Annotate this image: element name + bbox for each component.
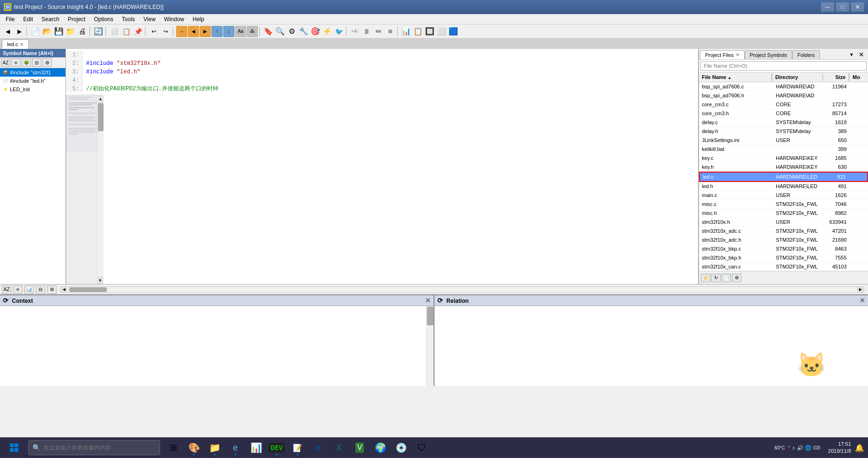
undo-button[interactable]: ↩ xyxy=(148,26,160,37)
file-item-12[interactable]: main.c USER 1626 xyxy=(699,191,868,200)
file-item-8[interactable]: key.c HARDWARE\KEY 1685 xyxy=(699,154,868,163)
menu-tools[interactable]: Tools xyxy=(118,15,139,24)
taskbar-app-excel[interactable]: X xyxy=(330,439,348,456)
menu-edit[interactable]: Edit xyxy=(19,15,37,24)
hscroll-left-btn[interactable]: ◀ xyxy=(61,287,67,292)
menu-view[interactable]: View xyxy=(140,15,160,24)
taskbar-app-green[interactable]: V xyxy=(350,439,369,456)
menu-search[interactable]: Search xyxy=(38,15,63,24)
back-button[interactable]: ◀ xyxy=(2,26,13,37)
file-item-11[interactable]: led.h HARDWARE\LED 491 xyxy=(699,182,868,191)
tb23[interactable]: 🟦 xyxy=(448,26,459,37)
tab-led-c[interactable]: led.c ✕ xyxy=(2,39,29,49)
print-button[interactable]: 🖨 xyxy=(77,26,88,37)
taskbar-app-firefox[interactable]: 🎨 xyxy=(185,439,203,456)
tb5[interactable]: ↓ xyxy=(223,26,234,37)
taskbar-app-ie[interactable]: e xyxy=(309,439,328,456)
ebt4[interactable]: ⊟ xyxy=(36,285,45,294)
tb3[interactable]: ▶ xyxy=(200,26,211,37)
new-button[interactable]: 📄 xyxy=(30,26,41,37)
col-size[interactable]: Size xyxy=(823,73,848,81)
project-search-input[interactable] xyxy=(700,61,867,71)
context-scrollbar[interactable] xyxy=(426,306,434,386)
tb22[interactable]: ⬜ xyxy=(436,26,447,37)
ebt2[interactable]: ≡ xyxy=(13,285,23,294)
sym-tree-button[interactable]: 🌳 xyxy=(22,58,31,67)
scroll-down-btn[interactable]: ▼ xyxy=(97,276,103,284)
hscroll-right-btn[interactable]: ▶ xyxy=(857,287,864,292)
tb19[interactable]: 📊 xyxy=(401,26,412,37)
tb18[interactable]: ⊟ xyxy=(385,26,396,37)
taskbar-app-shield[interactable]: 🛡 xyxy=(412,439,431,456)
tb8[interactable]: 🔖 xyxy=(263,26,274,37)
forward-button[interactable]: ▶ xyxy=(14,26,25,37)
taskbar-app-edge[interactable]: e xyxy=(226,439,245,456)
relation-close-icon[interactable]: ✕ xyxy=(860,297,865,304)
notification-icon[interactable]: 🔔 xyxy=(855,443,864,452)
col-filename[interactable]: File Name ▲ xyxy=(699,73,771,81)
tb14[interactable]: 🐦 xyxy=(333,26,345,37)
tb15[interactable]: +A- xyxy=(349,26,361,37)
menu-help[interactable]: Help xyxy=(189,15,208,24)
tb10[interactable]: ⚙ xyxy=(286,26,297,37)
task-view-button[interactable]: ⊞ xyxy=(164,439,183,456)
code-content[interactable]: 1:2:3:4:5: 6:7:8:9:10: 11:12:13:14:15: 1… xyxy=(66,49,698,95)
file-item-16[interactable]: stm32f10x_adc.c STM32F10x_FWL 47201 xyxy=(699,227,868,236)
file-item-6[interactable]: JLinkSettings.ini USER 650 xyxy=(699,136,868,145)
file-item-2[interactable]: core_cm3.c CORE 17273 xyxy=(699,100,868,109)
panel-tb2[interactable]: ↻ xyxy=(711,274,721,282)
tab-folders[interactable]: Folders xyxy=(792,50,820,59)
file-item-7[interactable]: keilkill.bat 399 xyxy=(699,145,868,154)
tb12[interactable]: 🎯 xyxy=(310,26,321,37)
file-item-18[interactable]: stm32f10x_bkp.c STM32F10x_FWL 8463 xyxy=(699,245,868,253)
taskbar-app-dev[interactable]: DEV xyxy=(267,439,286,456)
save-all-button[interactable]: 📁 xyxy=(65,26,76,37)
menu-project[interactable]: Project xyxy=(64,15,89,24)
tb9[interactable]: 🔍 xyxy=(274,26,286,37)
sync-button[interactable]: ⬜ xyxy=(109,26,120,37)
file-item-0[interactable]: bsp_spi_ad7606.c HARDWARE\AD 11964 xyxy=(699,82,868,91)
symbol-item-include-stm32[interactable]: 📦 #include "stm32f1 xyxy=(0,68,65,77)
ebt3[interactable]: 📊 xyxy=(24,285,34,294)
tb11[interactable]: 🔧 xyxy=(298,26,309,37)
file-item-4[interactable]: delay.c SYSTEM\delay 1619 xyxy=(699,118,868,127)
search-box[interactable]: 🔍 xyxy=(28,440,160,455)
scroll-up-btn[interactable]: ▲ xyxy=(98,95,104,103)
tab-close-icon[interactable]: ✕ xyxy=(20,42,24,47)
sym-settings-button[interactable]: ⚙ xyxy=(42,58,52,67)
tb4[interactable]: ↑ xyxy=(211,26,223,37)
tb7[interactable]: ⁂ xyxy=(247,26,258,37)
ebt1[interactable]: AZ xyxy=(2,285,11,294)
maximize-button[interactable]: □ xyxy=(836,2,849,12)
sym-list-button[interactable]: ≡ xyxy=(11,58,21,67)
tb2[interactable]: ◀ xyxy=(188,26,199,37)
tb6[interactable]: Aa xyxy=(235,26,246,37)
clock[interactable]: 17:51 2019/11/8 xyxy=(828,441,851,455)
col-mod[interactable]: Mo xyxy=(850,73,868,81)
menu-window[interactable]: Window xyxy=(161,15,188,24)
panel-more-icon[interactable]: ▾ xyxy=(847,50,856,59)
file-item-3[interactable]: core_cm3.h CORE 85714 xyxy=(699,109,868,118)
start-button[interactable] xyxy=(4,439,24,456)
col-directory[interactable]: Directory xyxy=(772,73,822,81)
ebt5[interactable]: ⚙ xyxy=(47,285,56,294)
file-item-5[interactable]: delay.h SYSTEM\delay 389 xyxy=(699,127,868,136)
sym-az-button[interactable]: AZ xyxy=(1,58,10,67)
redo-button[interactable]: ↪ xyxy=(160,26,171,37)
scroll-thumb[interactable] xyxy=(98,103,104,131)
file-item-9[interactable]: key.h HARDWARE\KEY 630 xyxy=(699,163,868,172)
minimize-button[interactable]: ─ xyxy=(821,2,834,12)
panel-tb1[interactable]: ⚡ xyxy=(701,274,710,282)
sym-filter-button[interactable]: ⊟ xyxy=(32,58,41,67)
panel-tb4[interactable]: ⚙ xyxy=(732,274,741,282)
tb16[interactable]: ||| xyxy=(361,26,372,37)
taskbar-app-xiaomi[interactable]: 📊 xyxy=(247,439,265,456)
file-item-15[interactable]: stm32f10x.h USER 633941 xyxy=(699,218,868,227)
hscroll-thumb[interactable] xyxy=(69,287,107,292)
file-item-20[interactable]: stm32f10x_can.c STM32F10x_FWL 45103 xyxy=(699,262,868,271)
save-button[interactable]: 💾 xyxy=(53,26,64,37)
copy-button[interactable]: 📋 xyxy=(121,26,132,37)
file-item-1[interactable]: bsp_spi_ad7606.h HARDWARE\AD xyxy=(699,91,868,100)
tab-project-symbols[interactable]: Project Symbols xyxy=(745,50,792,59)
panel-close-icon[interactable]: ✕ xyxy=(856,50,867,59)
